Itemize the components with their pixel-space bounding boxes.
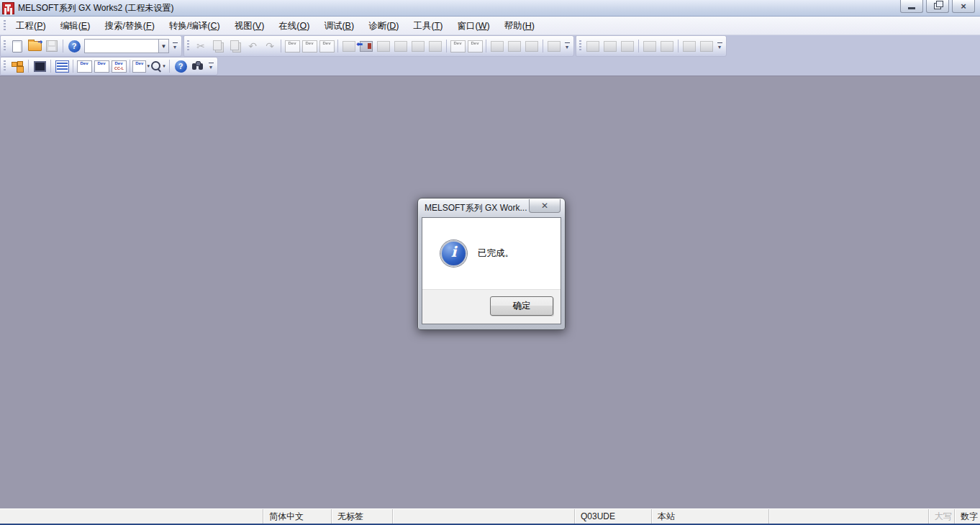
note-edit-icon[interactable] (523, 38, 540, 54)
monitor-start-icon[interactable] (409, 38, 427, 54)
read-from-plc-icon[interactable] (358, 38, 375, 54)
ladder-jump-icon[interactable] (658, 38, 676, 54)
toolbar-overflow-icon[interactable]: ▾ (563, 39, 571, 53)
status-本站: 本站 (651, 509, 768, 524)
device-memory-icon[interactable]: Dev (301, 38, 318, 54)
device-init-icon[interactable]: Dev (318, 38, 335, 54)
menu-11[interactable]: 帮助(H) (497, 18, 542, 34)
module-configuration-icon[interactable] (31, 58, 48, 74)
toolbar-separator (50, 60, 51, 73)
menu-8[interactable]: 诊断(D) (361, 18, 406, 34)
chevron-down-icon: ▾ (163, 63, 165, 69)
monitor-mode-icon[interactable] (375, 38, 392, 54)
chevron-down-icon[interactable]: ▼ (158, 39, 169, 53)
menu-bar: 工程(P)编辑(E)搜索/替换(F)转换/编译(C)视图(V)在线(O)调试(B… (0, 17, 980, 35)
menu-7[interactable]: 调试(B) (317, 18, 361, 34)
close-icon: ✕ (541, 201, 548, 210)
copy-icon[interactable] (209, 38, 227, 54)
app-logo-icon (2, 2, 14, 14)
help-icon[interactable]: ? (65, 38, 83, 54)
minimize-icon (908, 7, 915, 9)
toolbar-group-edit-online: ✂↶↷DevDevDevDevDev▾ (183, 35, 574, 57)
close-button[interactable]: × (952, 0, 975, 13)
menu-4[interactable]: 转换/编译(C) (162, 18, 227, 34)
status-empty-0 (0, 509, 263, 524)
menu-1[interactable]: 工程(P) (9, 18, 53, 34)
toolbar-separator (486, 40, 486, 52)
toolbar-overflow-icon[interactable]: ▾ (715, 39, 724, 53)
window-title: MELSOFT系列 GX Works2 (工程未设置) (18, 2, 173, 14)
status-无标签: 无标签 (331, 509, 392, 524)
restore-button[interactable] (926, 0, 949, 13)
toolbar-group-standard: ?▼▾ (0, 35, 182, 57)
device-search-icon[interactable]: ▾ (150, 58, 167, 74)
status-bar: 简体中文无标签Q03UDE本站大写数字 (0, 508, 980, 525)
toolbar-grip[interactable] (187, 40, 189, 52)
window-controls: × (900, 0, 975, 13)
cut-icon[interactable]: ✂ (192, 38, 209, 54)
undo-icon[interactable]: ↶ (244, 38, 261, 54)
redo-icon[interactable]: ↷ (261, 38, 278, 54)
toolbar-overflow-icon[interactable]: ▾ (171, 39, 179, 53)
status-empty-6 (768, 509, 928, 524)
dialog-client-area: 已完成。 确定 (422, 217, 561, 324)
write-to-plc-icon[interactable] (340, 38, 358, 54)
program-list-icon[interactable] (53, 58, 71, 74)
menu-2[interactable]: 编辑(E) (53, 18, 98, 34)
save-project-icon[interactable] (43, 38, 60, 54)
status-empty-3 (392, 509, 574, 524)
menu-10[interactable]: 窗口(W) (450, 18, 496, 34)
toolbar-separator (337, 40, 338, 52)
dialog-footer: 确定 (422, 289, 561, 324)
menu-3[interactable]: 搜索/替换(F) (97, 18, 161, 34)
dialog-message: 已完成。 (478, 247, 514, 260)
menu-9[interactable]: 工具(T) (407, 18, 450, 34)
toolbar-separator (73, 60, 73, 73)
ok-button[interactable]: 确定 (490, 296, 553, 316)
project-tree-icon[interactable] (9, 58, 26, 74)
device-comment-icon[interactable]: Dev (283, 38, 301, 54)
toolbar-combobox-input[interactable] (84, 39, 158, 53)
device-find-icon[interactable]: Dev (76, 58, 93, 74)
restore-icon (934, 3, 941, 9)
find-icon[interactable] (189, 58, 207, 74)
device-ccl-icon[interactable]: DevCC-L (110, 58, 127, 74)
comment-edit-icon[interactable] (489, 38, 506, 54)
ladder-close-contact-icon[interactable] (602, 38, 619, 54)
dialog-close-button[interactable]: ✕ (529, 199, 561, 213)
paste-icon[interactable] (227, 38, 244, 54)
toolbar-row-1: ?▼▾✂↶↷DevDevDevDevDev▾▾ (0, 35, 980, 57)
ladder-search-icon[interactable] (641, 38, 658, 54)
toolbar-separator (63, 40, 63, 52)
device-test-end-icon[interactable]: Dev (466, 38, 484, 54)
info-icon (440, 240, 467, 267)
new-project-icon[interactable] (9, 38, 26, 54)
menubar-grip[interactable] (4, 20, 6, 32)
toolbar-grip[interactable] (579, 40, 581, 52)
dialog-body: 已完成。 (422, 218, 561, 289)
toolbar-separator (281, 40, 281, 52)
device-display-icon[interactable]: Dev▾ (132, 58, 150, 74)
monitor-screen-icon[interactable] (545, 38, 563, 54)
open-project-icon[interactable] (26, 38, 43, 54)
toolbar-grip[interactable] (4, 40, 6, 52)
ladder-unwrap-icon[interactable] (698, 38, 715, 54)
toolbar-group-ladder: ▾ (576, 35, 727, 57)
minimize-button[interactable] (900, 0, 923, 13)
ladder-pulse-icon[interactable] (619, 38, 636, 54)
device-batch-icon[interactable]: Dev (93, 58, 110, 74)
statement-edit-icon[interactable] (506, 38, 523, 54)
message-dialog: MELSOFT系列 GX Work... ✕ 已完成。 确定 (417, 198, 566, 330)
monitor-write-mode-icon[interactable] (392, 38, 409, 54)
application-window: MELSOFT系列 GX Works2 (工程未设置) × 工程(P)编辑(E)… (0, 0, 980, 525)
device-test-start-icon[interactable]: Dev (449, 38, 466, 54)
toolbar-grip[interactable] (4, 60, 6, 72)
ladder-open-contact-icon[interactable] (584, 38, 602, 54)
monitor-stop-icon[interactable] (427, 38, 444, 54)
menu-5[interactable]: 视图(V) (227, 18, 272, 34)
ladder-wrap-icon[interactable] (681, 38, 698, 54)
menu-6[interactable]: 在线(O) (271, 18, 317, 34)
toolbar-overflow-icon[interactable]: ▾ (207, 59, 215, 73)
close-icon: × (961, 1, 966, 11)
help-icon[interactable]: ? (172, 58, 189, 74)
